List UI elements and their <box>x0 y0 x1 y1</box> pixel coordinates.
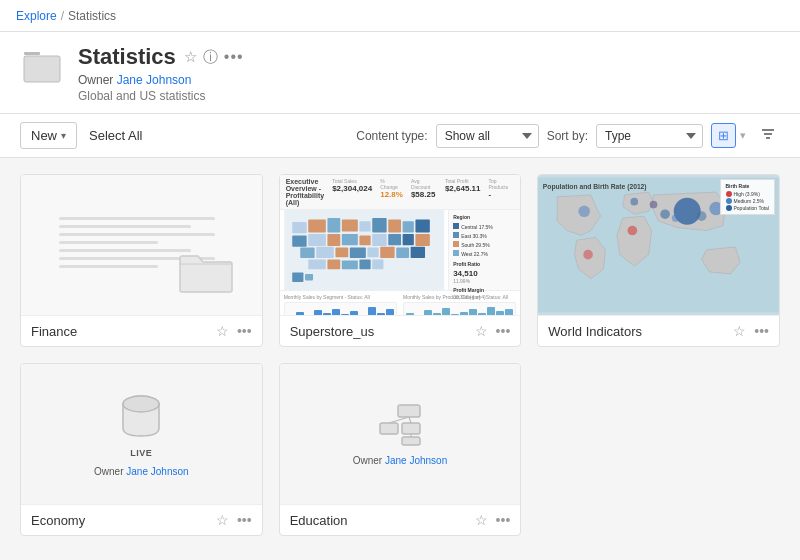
economy-owner-link[interactable]: Jane Johnson <box>126 466 188 477</box>
page-header: Statistics ☆ ⓘ ••• Owner Jane Johnson Gl… <box>0 32 800 114</box>
card-thumb-superstore: Executive Overview - Profitability (All)… <box>280 175 521 315</box>
card-footer-economy: Economy ☆ ••• <box>21 504 262 535</box>
card-actions-economy: ☆ ••• <box>216 512 252 528</box>
education-owner: Owner Jane Johnson <box>353 455 448 466</box>
folder-line <box>59 265 158 268</box>
card-superstore[interactable]: Executive Overview - Profitability (All)… <box>279 174 522 347</box>
svg-rect-37 <box>372 260 383 270</box>
svg-rect-36 <box>359 260 370 270</box>
svg-rect-26 <box>316 247 334 258</box>
card-actions-world: ☆ ••• <box>733 323 769 339</box>
svg-rect-35 <box>341 261 357 270</box>
card-world-indicators[interactable]: Population and Birth Rate (2012) <box>537 174 780 347</box>
svg-point-46 <box>579 206 591 218</box>
svg-rect-55 <box>380 423 398 434</box>
folder-line <box>59 225 191 228</box>
svg-rect-56 <box>402 423 420 434</box>
folder-line <box>59 233 215 236</box>
dash-body: Region Central 17.5% East 30.3% South 29… <box>280 210 521 290</box>
card-name-finance: Finance <box>31 324 77 339</box>
star-button-education[interactable]: ☆ <box>475 512 488 528</box>
svg-rect-1 <box>24 56 60 82</box>
svg-rect-16 <box>292 236 306 247</box>
new-button[interactable]: New ▾ <box>20 122 77 149</box>
content-grid: Finance ☆ ••• Executive Overview - Profi… <box>20 174 780 536</box>
card-thumb-education: Owner Jane Johnson <box>280 364 521 504</box>
education-owner-link[interactable]: Jane Johnson <box>385 455 447 466</box>
svg-rect-13 <box>388 220 401 233</box>
svg-rect-17 <box>308 234 326 246</box>
card-name-world: World Indicators <box>548 324 642 339</box>
svg-rect-15 <box>415 220 429 233</box>
filter-button[interactable] <box>756 124 780 148</box>
header-title-row: Statistics ☆ ⓘ ••• <box>78 44 780 70</box>
more-button-education[interactable]: ••• <box>496 512 511 528</box>
svg-point-47 <box>584 250 594 260</box>
svg-rect-14 <box>402 222 413 233</box>
folder-line <box>59 249 191 252</box>
owner-link[interactable]: Jane Johnson <box>117 73 192 87</box>
svg-rect-18 <box>327 234 340 246</box>
svg-rect-27 <box>335 248 348 258</box>
more-button-finance[interactable]: ••• <box>237 323 252 339</box>
svg-point-53 <box>123 396 159 412</box>
svg-rect-12 <box>372 218 386 232</box>
toolbar: New ▾ Select All Content type: Show all … <box>0 114 800 158</box>
grid-view-button[interactable]: ⊞ <box>711 123 736 148</box>
svg-rect-54 <box>398 405 420 417</box>
folder-icon <box>178 250 234 297</box>
svg-rect-22 <box>388 234 401 245</box>
header-action-buttons: ☆ ⓘ ••• <box>184 48 244 67</box>
header-description: Global and US statistics <box>78 89 780 103</box>
svg-line-58 <box>389 417 409 423</box>
sort-select[interactable]: Type Name Date modified Owner <box>596 124 703 148</box>
card-finance[interactable]: Finance ☆ ••• <box>20 174 263 347</box>
card-actions-education: ☆ ••• <box>475 512 511 528</box>
star-button-finance[interactable]: ☆ <box>216 323 229 339</box>
statistics-folder-icon <box>20 46 64 90</box>
card-name-economy: Economy <box>31 513 85 528</box>
svg-rect-25 <box>300 248 314 258</box>
info-icon[interactable]: ⓘ <box>203 48 218 67</box>
breadcrumb-separator: / <box>61 9 64 23</box>
content-type-select[interactable]: Show all Workbooks Data sources Flows <box>436 124 539 148</box>
card-thumb-world: Population and Birth Rate (2012) <box>538 175 779 315</box>
more-button-superstore[interactable]: ••• <box>496 323 511 339</box>
star-button-world[interactable]: ☆ <box>733 323 746 339</box>
card-actions-finance: ☆ ••• <box>216 323 252 339</box>
card-thumb-finance <box>21 175 262 315</box>
world-map-preview: Population and Birth Rate (2012) <box>538 175 779 315</box>
card-education[interactable]: Owner Jane Johnson Education ☆ ••• <box>279 363 522 536</box>
card-name-education: Education <box>290 513 348 528</box>
svg-rect-39 <box>305 274 313 280</box>
select-all-button[interactable]: Select All <box>89 128 142 143</box>
header-owner: Owner Jane Johnson <box>78 73 780 87</box>
education-datasource-icon <box>374 403 426 447</box>
more-options-icon[interactable]: ••• <box>224 48 244 66</box>
breadcrumb: Explore / Statistics <box>0 0 800 32</box>
more-button-economy[interactable]: ••• <box>237 512 252 528</box>
superstore-dashboard-preview: Executive Overview - Profitability (All)… <box>280 175 521 315</box>
svg-rect-7 <box>292 222 306 233</box>
svg-rect-32 <box>410 247 424 258</box>
svg-point-50 <box>672 215 680 223</box>
star-button-superstore[interactable]: ☆ <box>475 323 488 339</box>
card-economy[interactable]: LIVE Owner Jane Johnson Economy ☆ ••• <box>20 363 263 536</box>
favorite-icon[interactable]: ☆ <box>184 48 197 66</box>
dash-header: Executive Overview - Profitability (All)… <box>280 175 521 210</box>
card-thumb-economy: LIVE Owner Jane Johnson <box>21 364 262 504</box>
more-button-world[interactable]: ••• <box>754 323 769 339</box>
card-footer-education: Education ☆ ••• <box>280 504 521 535</box>
card-footer-superstore: Superstore_us ☆ ••• <box>280 315 521 346</box>
breadcrumb-explore[interactable]: Explore <box>16 9 57 23</box>
svg-rect-28 <box>349 248 365 258</box>
svg-point-48 <box>631 198 639 206</box>
content-area: Finance ☆ ••• Executive Overview - Profi… <box>0 158 800 560</box>
us-map-area <box>280 210 448 290</box>
svg-rect-19 <box>341 234 357 245</box>
svg-rect-10 <box>341 220 357 232</box>
svg-rect-29 <box>367 248 378 258</box>
sort-label: Sort by: <box>547 129 588 143</box>
star-button-economy[interactable]: ☆ <box>216 512 229 528</box>
header-info: Statistics ☆ ⓘ ••• Owner Jane Johnson Gl… <box>78 44 780 103</box>
